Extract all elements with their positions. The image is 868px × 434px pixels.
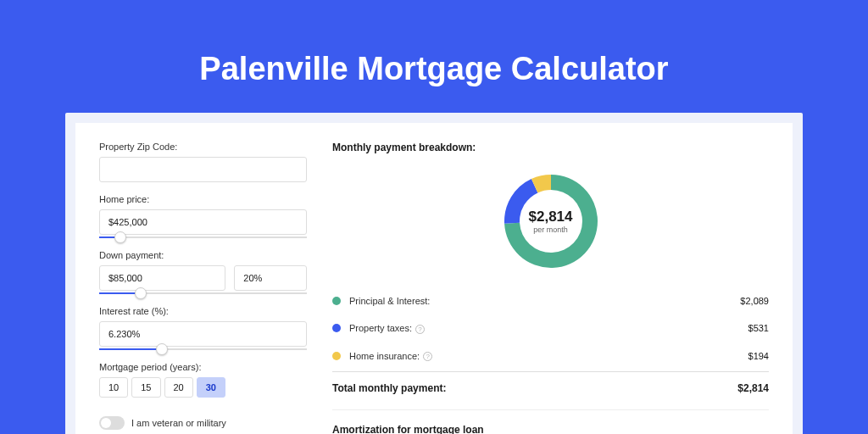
interest-rate-input[interactable] <box>99 321 307 347</box>
zip-label: Property Zip Code: <box>99 142 307 152</box>
legend-label: Property taxes:? <box>349 323 748 334</box>
outer-panel: Property Zip Code: Home price: Down paym… <box>65 113 803 434</box>
total-row: Total monthly payment: $2,814 <box>332 371 769 404</box>
donut-amount: $2,814 <box>529 209 573 225</box>
home-price-slider[interactable] <box>99 236 307 238</box>
amortization-title: Amortization for mortgage loan <box>332 424 769 434</box>
help-icon[interactable]: ? <box>415 325 425 334</box>
interest-rate-label: Interest rate (%): <box>99 306 307 316</box>
legend-dot <box>332 297 341 305</box>
donut-chart-wrap: $2,814 per month <box>332 164 769 287</box>
down-payment-label: Down payment: <box>99 250 307 260</box>
toggle-knob <box>101 418 111 428</box>
page-title: Palenville Mortgage Calculator <box>0 51 868 87</box>
down-payment-amount-input[interactable] <box>99 265 225 291</box>
legend-row: Principal & Interest:$2,089 <box>332 287 769 314</box>
legend-value: $2,089 <box>740 296 769 306</box>
amortization-section: Amortization for mortgage loan Amortizat… <box>332 409 769 434</box>
help-icon[interactable]: ? <box>423 352 432 361</box>
veteran-toggle-label: I am veteran or military <box>131 418 226 428</box>
period-option-10[interactable]: 10 <box>99 377 128 398</box>
total-label: Total monthly payment: <box>332 382 737 394</box>
period-option-15[interactable]: 15 <box>131 377 160 398</box>
slider-handle[interactable] <box>156 343 168 355</box>
legend-dot <box>332 352 341 360</box>
legend-value: $531 <box>748 323 769 333</box>
down-payment-slider[interactable] <box>99 292 307 294</box>
hero: Palenville Mortgage Calculator <box>0 0 868 113</box>
slider-handle[interactable] <box>135 287 147 299</box>
veteran-toggle[interactable] <box>99 416 125 430</box>
home-price-input[interactable] <box>99 209 307 235</box>
slider-handle[interactable] <box>114 231 126 243</box>
legend-label: Principal & Interest: <box>349 296 740 306</box>
form-column: Property Zip Code: Home price: Down paym… <box>99 142 307 434</box>
total-value: $2,814 <box>737 382 769 394</box>
period-option-20[interactable]: 20 <box>164 377 193 398</box>
breakdown-title: Monthly payment breakdown: <box>332 142 769 153</box>
home-price-label: Home price: <box>99 194 307 204</box>
calculator-panel: Property Zip Code: Home price: Down paym… <box>75 123 793 434</box>
interest-rate-slider[interactable] <box>99 348 307 350</box>
donut-subtitle: per month <box>529 225 573 234</box>
legend-row: Property taxes:?$531 <box>332 314 769 342</box>
breakdown-column: Monthly payment breakdown: $2,814 per mo… <box>332 142 769 434</box>
legend-dot <box>332 324 341 332</box>
legend-label: Home insurance:? <box>349 351 748 362</box>
donut-chart: $2,814 per month <box>500 170 602 272</box>
mortgage-period-label: Mortgage period (years): <box>99 362 307 372</box>
period-option-30[interactable]: 30 <box>197 377 225 398</box>
down-payment-percent-input[interactable] <box>234 265 307 291</box>
slider-fill <box>99 348 162 350</box>
legend-value: $194 <box>748 351 769 361</box>
legend-row: Home insurance:?$194 <box>332 342 769 370</box>
zip-input[interactable] <box>99 157 307 182</box>
mortgage-period-segment: 10152030 <box>99 377 307 398</box>
